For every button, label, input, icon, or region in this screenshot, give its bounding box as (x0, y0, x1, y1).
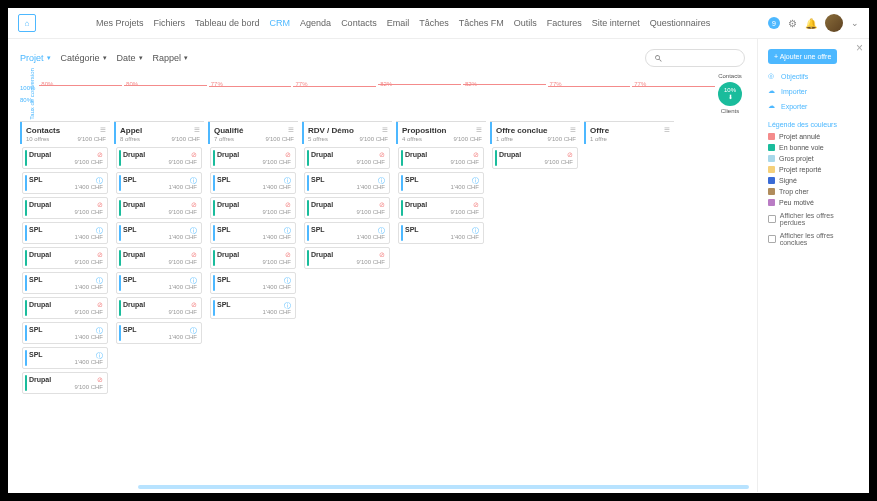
offer-card[interactable]: ⓘSPL1'400 CHF (116, 322, 202, 344)
chart-segment: 80% (39, 75, 122, 113)
checkbox-option[interactable]: Afficher les offres perdues (768, 212, 859, 226)
offer-card[interactable]: ⓘSPL1'400 CHF (22, 172, 108, 194)
upload-icon: ☁ (768, 87, 777, 96)
legend-item: Projet reporté (768, 166, 859, 173)
side-link-upload[interactable]: ☁Importer (768, 87, 859, 96)
nav-item[interactable]: CRM (270, 18, 291, 28)
offer-card[interactable]: ⊘Drupal9'100 CHF (22, 372, 108, 394)
chevron-down-icon[interactable]: ⌄ (851, 18, 859, 28)
nav-item[interactable]: Tableau de bord (195, 18, 260, 28)
nav-item[interactable]: Fichiers (154, 18, 186, 28)
filter-date[interactable]: Date▾ (117, 53, 143, 63)
filter-rappel[interactable]: Rappel▾ (153, 53, 189, 63)
filter-catégorie[interactable]: Catégorie▾ (61, 53, 107, 63)
column: RDV / Démo≡5 offres9'100 CHF⊘Drupal9'100… (302, 121, 392, 451)
offer-card[interactable]: ⊘Drupal9'100 CHF (116, 247, 202, 269)
search-input[interactable] (645, 49, 745, 67)
offer-card[interactable]: ⊘Drupal9'100 CHF (304, 197, 390, 219)
legend-title: Légende des couleurs (768, 121, 859, 128)
offer-card[interactable]: ⊘Drupal9'100 CHF (210, 197, 296, 219)
offer-card[interactable]: ⓘSPL1'400 CHF (116, 172, 202, 194)
side-link-download[interactable]: ☁Exporter (768, 102, 859, 111)
offer-card[interactable]: ⊘Drupal9'100 CHF (304, 147, 390, 169)
side-link-target[interactable]: ◎Objectifs (768, 72, 859, 81)
nav-item[interactable]: Tâches FM (459, 18, 504, 28)
nav-item[interactable]: Agenda (300, 18, 331, 28)
chart-segment: 77% (548, 75, 631, 113)
offer-card[interactable]: ⓘSPL1'400 CHF (22, 272, 108, 294)
conversion-chart: Taux de conversion 100% 80% 80%80%77%77%… (20, 73, 745, 115)
offer-card[interactable]: ⊘Drupal9'100 CHF (22, 197, 108, 219)
nav-item[interactable]: Email (387, 18, 410, 28)
legend-item: Projet annulé (768, 133, 859, 140)
notif-count[interactable]: 9 (768, 17, 780, 29)
close-icon[interactable]: × (856, 41, 863, 55)
checkbox-option[interactable]: Afficher les offres conclues (768, 232, 859, 246)
nav-item[interactable]: Contacts (341, 18, 377, 28)
column: Qualifié≡7 offres9'100 CHF⊘Drupal9'100 C… (208, 121, 298, 451)
offer-card[interactable]: ⓘSPL1'400 CHF (116, 222, 202, 244)
nav-item[interactable]: Mes Projets (96, 18, 144, 28)
offer-card[interactable]: ⓘSPL1'400 CHF (398, 222, 484, 244)
offer-card[interactable]: ⊘Drupal9'100 CHF (210, 247, 296, 269)
column-menu-icon[interactable]: ≡ (382, 125, 388, 135)
nav-item[interactable]: Factures (547, 18, 582, 28)
chart-ylabel: Taux de conversion (29, 68, 35, 120)
offer-card[interactable]: ⊘Drupal9'100 CHF (304, 247, 390, 269)
legend-item: Gros projet (768, 155, 859, 162)
chart-segment: 82% (463, 75, 546, 113)
legend-item: Trop cher (768, 188, 859, 195)
offer-card[interactable]: ⓘSPL1'400 CHF (398, 172, 484, 194)
offer-card[interactable]: ⓘSPL1'400 CHF (304, 172, 390, 194)
offer-card[interactable]: ⊘Drupal9'100 CHF (22, 297, 108, 319)
column-menu-icon[interactable]: ≡ (570, 125, 576, 135)
offer-card[interactable]: ⓘSPL1'400 CHF (210, 297, 296, 319)
offer-card[interactable]: ⊘Drupal9'100 CHF (116, 147, 202, 169)
column-menu-icon[interactable]: ≡ (476, 125, 482, 135)
scrollbar[interactable] (138, 485, 749, 489)
offer-card[interactable]: ⓘSPL1'400 CHF (22, 347, 108, 369)
legend-item: En bonne voie (768, 144, 859, 151)
logo-icon: ⌂ (18, 14, 36, 32)
main-nav: Mes ProjetsFichiersTableau de bordCRMAge… (96, 18, 710, 28)
avatar[interactable] (825, 14, 843, 32)
offer-card[interactable]: ⓘSPL1'400 CHF (22, 322, 108, 344)
offer-card[interactable]: ⊘Drupal9'100 CHF (116, 297, 202, 319)
filter-projet[interactable]: Projet▾ (20, 53, 51, 63)
offer-card[interactable]: ⊘Drupal9'100 CHF (22, 147, 108, 169)
offer-card[interactable]: ⊘Drupal9'100 CHF (398, 147, 484, 169)
nav-item[interactable]: Site internet (592, 18, 640, 28)
offer-card[interactable]: ⓘSPL1'400 CHF (210, 272, 296, 294)
offer-card[interactable]: ⊘Drupal9'100 CHF (210, 147, 296, 169)
offer-card[interactable]: ⓘSPL1'400 CHF (304, 222, 390, 244)
chart-segment: 77% (632, 75, 715, 113)
offer-card[interactable]: ⊘Drupal9'100 CHF (22, 247, 108, 269)
offer-card[interactable]: ⓘSPL1'400 CHF (22, 222, 108, 244)
add-offer-button[interactable]: + Ajouter une offre (768, 49, 837, 64)
bell-icon[interactable]: 🔔 (805, 18, 817, 29)
column: Offre≡1 offre (584, 121, 674, 451)
offer-card[interactable]: ⊘Drupal9'100 CHF (116, 197, 202, 219)
kanban-board: Contacts≡10 offres9'100 CHF⊘Drupal9'100 … (20, 121, 745, 451)
topbar: ⌂ Mes ProjetsFichiersTableau de bordCRMA… (8, 8, 869, 39)
offer-card[interactable]: ⊘Drupal9'100 CHF (492, 147, 578, 169)
legend-item: Signé (768, 177, 859, 184)
column: Offre conclue≡1 offre9'100 CHF⊘Drupal9'1… (490, 121, 580, 451)
column-menu-icon[interactable]: ≡ (100, 125, 106, 135)
funnel-badge: Contacts 10%⬇ Clients (715, 73, 745, 115)
target-icon: ◎ (768, 72, 777, 81)
chart-segment: 77% (209, 75, 292, 113)
nav-item[interactable]: Tâches (419, 18, 449, 28)
column-menu-icon[interactable]: ≡ (664, 125, 670, 135)
nav-item[interactable]: Outils (514, 18, 537, 28)
column-menu-icon[interactable]: ≡ (194, 125, 200, 135)
column-menu-icon[interactable]: ≡ (288, 125, 294, 135)
nav-item[interactable]: Questionnaires (650, 18, 711, 28)
offer-card[interactable]: ⊘Drupal9'100 CHF (398, 197, 484, 219)
chart-segment: 77% (293, 75, 376, 113)
settings-icon[interactable]: ⚙ (788, 18, 797, 29)
chart-segment: 80% (124, 75, 207, 113)
offer-card[interactable]: ⓘSPL1'400 CHF (210, 222, 296, 244)
offer-card[interactable]: ⓘSPL1'400 CHF (116, 272, 202, 294)
offer-card[interactable]: ⓘSPL1'400 CHF (210, 172, 296, 194)
